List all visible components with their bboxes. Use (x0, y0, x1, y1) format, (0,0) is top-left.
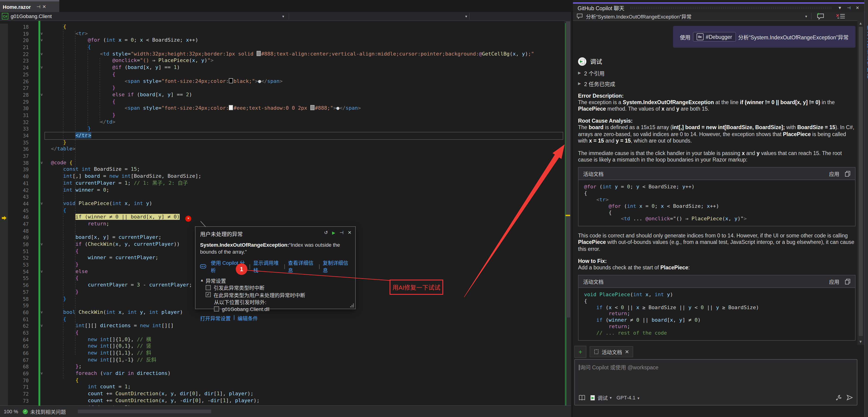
exception-action-link[interactable]: 查看详细信息 (288, 259, 316, 274)
apply-button[interactable]: 应用 (829, 170, 839, 177)
breakpoint-margin[interactable] (0, 24, 8, 30)
chevron-down-icon[interactable]: ▼ (282, 15, 285, 18)
editor-vertical-scrollbar[interactable] (565, 21, 571, 406)
breakpoint-margin[interactable] (0, 235, 8, 241)
apply-button[interactable]: 应用 (829, 278, 839, 285)
breakpoint-margin[interactable] (0, 221, 8, 228)
history-icon[interactable]: ↺ (324, 230, 328, 235)
breakpoint-margin[interactable] (0, 126, 8, 132)
collapsed-section[interactable]: ▶2 个引用 (578, 69, 856, 76)
scroll-up-icon[interactable]: ▲ (859, 21, 863, 26)
tools-icon[interactable] (836, 394, 842, 401)
breakpoint-margin[interactable] (0, 329, 8, 336)
checkbox-row[interactable]: 引发此异常类型时中断 (200, 284, 351, 291)
breakpoint-margin[interactable] (0, 241, 8, 248)
chevron-right-icon[interactable]: ▶ (578, 81, 581, 85)
breakpoint-margin[interactable] (0, 187, 8, 194)
debugger-context-chip[interactable]: 0x#Debugger (693, 32, 736, 42)
breakpoint-margin[interactable] (0, 44, 8, 51)
send-icon[interactable] (846, 394, 853, 401)
resize-grip[interactable] (350, 303, 354, 308)
new-chat-icon[interactable] (816, 12, 826, 20)
close-icon[interactable]: ✕ (348, 230, 351, 235)
exception-action-link[interactable]: 复制详细信息 (323, 259, 351, 274)
breakpoint-margin[interactable] (0, 119, 8, 126)
chevron-down-icon[interactable]: ▼ (838, 6, 842, 10)
breakpoint-margin[interactable] (0, 275, 8, 282)
breakpoint-margin[interactable] (0, 302, 8, 309)
breakpoint-margin[interactable] (0, 316, 8, 322)
breakpoint-margin[interactable] (0, 112, 8, 119)
breakpoint-margin[interactable] (0, 85, 8, 92)
docked-tab-strip[interactable]: 解决方案资源管理器 (864, 0, 868, 417)
breakpoint-margin[interactable] (0, 78, 8, 85)
breakpoint-margin[interactable] (0, 160, 8, 166)
breakpoint-margin[interactable] (0, 132, 8, 139)
settings-expander[interactable]: ▲ 异常设置 (200, 277, 351, 284)
breakpoint-margin[interactable] (0, 262, 8, 268)
panel-title-bar[interactable]: GitHub Copilot 聊天 ▼ ⊣ ✕ (573, 4, 864, 12)
breakpoint-margin[interactable] (0, 51, 8, 58)
conversation-selector[interactable]: 分析“System.IndexOutOfRangeException”异常 ▼ (573, 12, 864, 21)
pin-icon[interactable]: ⊣ (36, 4, 40, 9)
breakpoint-margin[interactable] (0, 105, 8, 112)
breakpoint-margin[interactable] (0, 269, 8, 275)
checkbox-row[interactable]: g01Gobang.Client.dll (200, 306, 351, 313)
breakpoint-margin[interactable] (0, 282, 8, 288)
mode-dropdown[interactable]: 调试▼ (590, 394, 612, 401)
copy-icon[interactable] (845, 171, 850, 177)
breakpoint-margin[interactable] (0, 391, 8, 397)
breakpoint-margin[interactable] (0, 255, 8, 262)
chevron-right-icon[interactable]: ▶ (578, 71, 581, 75)
breakpoint-margin[interactable] (0, 357, 8, 363)
breakpoint-margin[interactable] (0, 377, 8, 384)
breakpoint-margin[interactable] (0, 248, 8, 254)
model-dropdown[interactable]: GPT-4.1▼ (617, 395, 640, 400)
breakpoint-margin[interactable] (0, 92, 8, 98)
edit-condition-link[interactable]: 编辑条件 (238, 314, 258, 321)
clear-chat-list-icon[interactable] (835, 12, 846, 20)
breakpoint-margin[interactable] (0, 58, 8, 64)
scroll-down-icon[interactable]: ▼ (859, 340, 863, 344)
chat-input[interactable]: 询问 Copilot 或使用 @workspace 调试▼ GPT-4.1▼ (575, 359, 857, 406)
checkbox-checked[interactable]: ✓ (206, 292, 211, 298)
chevron-down-icon[interactable]: ▼ (805, 14, 808, 18)
breakpoint-margin[interactable] (0, 173, 8, 180)
breakpoint-margin[interactable] (0, 194, 8, 200)
breakpoint-margin[interactable] (0, 289, 8, 296)
collapsed-section[interactable]: ▶2 任务已完成 (578, 80, 856, 87)
breakpoint-margin[interactable] (0, 384, 8, 391)
expander-icon[interactable]: ▲ (200, 278, 204, 283)
close-icon[interactable]: ✕ (625, 349, 629, 355)
scrollbar-thumb[interactable] (566, 21, 570, 317)
close-icon[interactable]: ✕ (42, 4, 46, 9)
scrollbar-thumb[interactable] (859, 27, 863, 336)
breakpoint-margin[interactable] (0, 64, 8, 71)
breakpoint-margin[interactable] (0, 323, 8, 329)
breakpoint-margin[interactable] (0, 180, 8, 187)
chevron-down-icon[interactable]: ▼ (465, 15, 468, 18)
chat-scrollbar[interactable]: ▲ ▼ (857, 21, 864, 345)
breakpoint-margin[interactable] (0, 153, 8, 160)
checkbox-unchecked[interactable] (206, 285, 211, 290)
project-dropdown[interactable]: g01Gobang.Client (11, 13, 52, 19)
breakpoint-margin[interactable] (0, 37, 8, 44)
breakpoint-margin[interactable] (0, 370, 8, 377)
horizontal-scrollbar-thumb[interactable] (78, 410, 211, 413)
exception-action-link[interactable]: 显示调用堆栈 (253, 259, 281, 274)
add-context-button[interactable]: + (575, 346, 586, 358)
close-icon[interactable]: ✕ (856, 6, 859, 10)
continue-play-icon[interactable]: ▶ (332, 230, 335, 235)
breakpoint-margin[interactable] (0, 98, 8, 105)
breakpoint-margin[interactable] (0, 146, 8, 153)
open-exception-settings-link[interactable]: 打开异常设置 (200, 314, 231, 321)
zoom-level-dropdown[interactable]: 100 % (4, 409, 18, 414)
breakpoint-margin[interactable] (0, 336, 8, 343)
breakpoint-margin[interactable] (0, 228, 8, 234)
checkbox-unchecked[interactable] (214, 307, 219, 312)
code-editor[interactable]: 18 {19∨ <tr>20∨ @for (int x = 0; x < Boa… (0, 21, 565, 406)
breakpoint-margin[interactable] (0, 30, 8, 37)
context-chip[interactable]: 活动文档 ✕ (590, 346, 633, 357)
breakpoint-margin[interactable] (0, 309, 8, 316)
docked-tab-label[interactable]: 解决方案资源管理器 (865, 26, 868, 80)
